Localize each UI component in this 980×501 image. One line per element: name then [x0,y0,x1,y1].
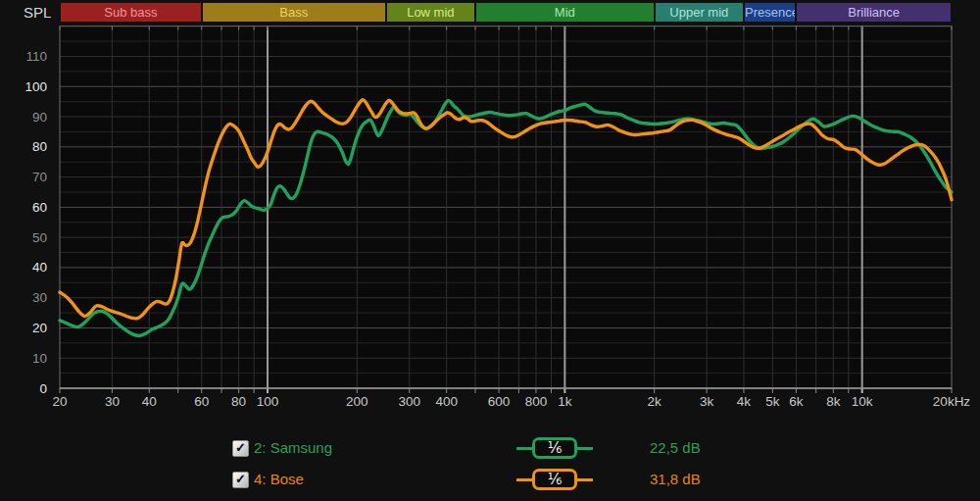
legend-row: ✓ 2: Samsung ⅙ 22,5 dB [0,439,980,457]
x-tick-label: 5k [765,394,780,409]
y-tick-label: 0 [39,381,47,396]
x-tick-label: 10k [852,394,873,409]
smoothing-badge[interactable]: ⅙ [532,437,577,459]
y-tick-label: 90 [32,110,47,125]
y-tick-label: 10 [32,351,47,366]
x-tick-label: 20kHz [933,394,971,409]
series-label: 2: Samsung [254,440,332,456]
series-label: 4: Bose [254,472,304,487]
x-tick-label: 6k [789,394,804,409]
y-tick-label: 30 [32,290,47,305]
wire-left [516,447,532,450]
x-tick-label: 400 [435,394,458,409]
wire-left [516,478,532,481]
y-tick-label: 40 [32,260,47,275]
y-tick-label: 110 [25,49,47,64]
x-tick-label: 1k [558,394,572,409]
y-tick-label: 100 [24,79,47,94]
frequency-response-chart: 0102030405060708090100110203040608010020… [0,0,980,501]
x-tick-label: 2k [648,394,662,409]
y-tick-label: 60 [32,200,47,215]
smoothing-badge[interactable]: ⅙ [532,469,577,490]
x-tick-label: 40 [142,394,157,409]
x-tick-label: 600 [488,394,511,409]
spl-analyzer-window: SPL Sub bassBassLow midMidUpper midPrese… [0,0,980,501]
legend-row: ✓ 4: Bose ⅙ 31,8 dB [0,471,980,488]
y-tick-label: 50 [32,230,47,245]
y-tick-label: 70 [32,170,47,184]
x-axis-labels: 20304060801002003004006008001k2k3k4k5k6k… [52,394,970,409]
series-visibility-checkbox[interactable]: ✓ [232,472,249,488]
smoothing-control: ⅙ [516,439,593,457]
x-tick-label: 4k [737,394,752,409]
y-tick-label: 80 [32,139,47,154]
x-tick-label: 80 [231,394,246,409]
x-tick-label: 60 [194,394,209,409]
x-tick-label: 300 [398,394,420,409]
smoothing-control: ⅙ [516,471,593,488]
series-visibility-checkbox[interactable]: ✓ [232,440,249,457]
x-tick-label: 100 [257,394,279,409]
x-tick-label: 3k [700,394,714,409]
wire-right [577,447,593,450]
x-tick-label: 200 [346,394,368,409]
x-tick-label: 30 [105,394,120,409]
x-tick-label: 8k [826,394,841,409]
series-db-readout: 31,8 dB [650,472,701,487]
wire-right [577,478,593,481]
y-axis-labels: 0102030405060708090100110 [24,49,47,396]
y-tick-label: 20 [32,321,47,335]
series-db-readout: 22,5 dB [650,440,701,456]
x-tick-label: 20 [52,394,67,409]
x-tick-label: 800 [525,394,548,409]
